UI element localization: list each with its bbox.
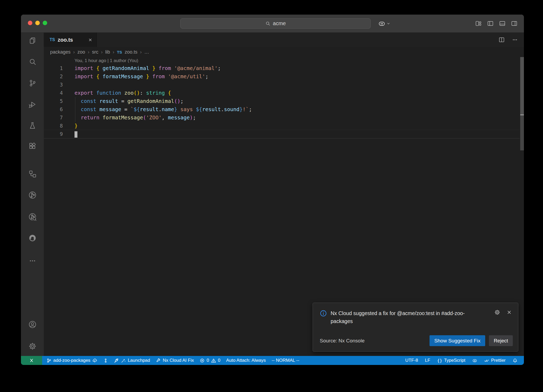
status-bar: add-zoo-packagesLaunchpadNx Cloud AI Fix… [21, 356, 524, 365]
status-bar-item-nx-cloud-ai-fix[interactable]: Nx Cloud AI Fix [156, 358, 194, 363]
activity-bar-item-extensions[interactable] [21, 138, 44, 153]
line-number: 3 [44, 81, 63, 89]
activity-bar-item-settings[interactable] [21, 339, 44, 354]
title-bar: acme [21, 15, 524, 33]
code-line: 3 [44, 81, 520, 89]
breadcrumb-separator-icon: › [113, 49, 114, 55]
activity-bar-item-edge-tools[interactable] [21, 230, 44, 245]
tab-bar: TS zoo.ts [44, 33, 524, 47]
code-line: 7 return formatMessage('ZOO', message); [44, 114, 520, 122]
activity-bar-item-nx-project-graph[interactable] [21, 209, 44, 224]
status-bar-item-auto-attach[interactable]: Auto Attach: Always [226, 358, 266, 363]
search-icon [28, 58, 37, 66]
notification-toast: Nx Cloud suggested a fix for @acme/zoo:t… [313, 303, 518, 352]
line-number: 4 [44, 89, 63, 97]
status-bar-item-encoding[interactable]: UTF-8 [405, 358, 418, 363]
double-check-icon [484, 358, 489, 363]
rocket-icon [114, 358, 119, 363]
show-suggested-fix-button[interactable]: Show Suggested Fix [430, 335, 485, 346]
line-number: 9 [44, 130, 63, 138]
status-bar-item-git-branch[interactable]: add-zoo-packages [46, 358, 97, 363]
bell-icon [513, 358, 518, 363]
editor-cursor [75, 131, 77, 138]
braces-icon: {} [437, 358, 442, 363]
remote-indicator-icon [29, 358, 34, 363]
toggle-panel-icon[interactable] [499, 20, 506, 27]
activity-bar-item-search[interactable] [21, 54, 44, 69]
tab-label: zoo.ts [58, 37, 73, 43]
activity-bar-item-testing[interactable] [21, 118, 44, 133]
tab-zoo-ts[interactable]: TS zoo.ts [44, 33, 97, 47]
command-center-search[interactable]: acme [180, 18, 371, 29]
toggle-sidebar-icon[interactable] [487, 20, 494, 27]
code-line: 6 const message = `${result.name} says $… [44, 105, 520, 114]
breadcrumb-symbol-tail[interactable]: … [144, 49, 149, 55]
remote-indicator[interactable] [21, 356, 42, 365]
more-icon [28, 257, 37, 265]
activity-bar-item-nx-console[interactable] [21, 188, 44, 202]
status-bar-item-problems[interactable]: 00 [200, 358, 220, 363]
activity-bar-item-run-and-debug[interactable] [21, 97, 44, 112]
overview-ruler-cursor-mark [520, 114, 524, 115]
activity-bar-item-explorer[interactable] [21, 33, 44, 48]
activity-bar [21, 33, 44, 356]
breadcrumb-item[interactable]: src [92, 49, 98, 55]
gear-icon [28, 342, 37, 350]
activity-bar-item-source-control[interactable] [21, 76, 44, 90]
status-bar-item-git-graph[interactable] [103, 358, 108, 363]
line-number: 6 [44, 105, 63, 114]
status-bar-item-language[interactable]: {}TypeScript [437, 358, 466, 363]
breadcrumb-file[interactable]: zoo.ts [125, 49, 137, 55]
customize-layout-icon[interactable] [475, 20, 482, 27]
editor-actions [498, 33, 518, 47]
breadcrumb-item[interactable]: zoo [77, 49, 85, 55]
extensions-icon [28, 142, 37, 150]
notification-settings-icon[interactable] [494, 309, 500, 315]
code-line: 8} [44, 122, 520, 130]
toggle-secondary-sidebar-icon[interactable] [511, 20, 518, 27]
code-line: 9 [44, 130, 520, 138]
editor-scrollbar[interactable] [520, 57, 524, 356]
activity-bar-item-references[interactable] [21, 166, 44, 181]
wand-icon [121, 358, 126, 363]
edge-icon [28, 234, 37, 242]
ts-file-icon: TS [117, 50, 122, 54]
info-icon [320, 310, 327, 317]
warning-icon [211, 358, 216, 363]
close-tab-icon[interactable] [88, 37, 93, 42]
line-number: 1 [44, 64, 63, 72]
beaker-icon [28, 121, 37, 130]
status-bar-item-launchpad[interactable]: Launchpad [114, 358, 150, 363]
breadcrumb: packages›zoo›src›lib›TSzoo.ts›… [44, 47, 524, 57]
layout-controls [475, 15, 518, 32]
status-bar-item-notifications-bell[interactable] [513, 358, 518, 363]
reject-button[interactable]: Reject [489, 335, 513, 346]
more-actions-icon[interactable] [512, 37, 518, 43]
breadcrumb-item[interactable]: lib [105, 49, 110, 55]
notification-close-icon[interactable] [506, 309, 512, 315]
split-editor-icon[interactable] [498, 37, 505, 43]
line-number: 8 [44, 122, 63, 130]
zoom-window-button[interactable] [43, 21, 47, 25]
git-branch-icon [46, 358, 51, 363]
git-commit-icon [103, 358, 108, 363]
status-bar-item-eol[interactable]: LF [425, 358, 430, 363]
copilot-menu[interactable] [378, 15, 391, 32]
code-line: 5 const result = getRandomAnimal(); [44, 97, 520, 105]
minimize-window-button[interactable] [35, 21, 40, 25]
account-icon [28, 320, 37, 329]
status-bar-item-copilot-status[interactable] [472, 358, 477, 363]
files-icon [28, 37, 37, 45]
close-window-button[interactable] [28, 21, 32, 25]
search-icon [265, 21, 270, 26]
activity-bar-item-account[interactable] [21, 317, 44, 332]
notification-source: Source: Nx Console [320, 338, 365, 344]
code-line: 1import { getRandomAnimal } from '@acme/… [44, 64, 520, 72]
status-bar-item-vim-mode[interactable]: -- NORMAL -- [272, 358, 299, 363]
status-bar-item-prettier[interactable]: Prettier [484, 358, 506, 363]
activity-bar-item-more-views[interactable] [21, 253, 44, 268]
debug-icon [28, 100, 37, 108]
notification-message: Nx Cloud suggested a fix for @acme/zoo:t… [331, 309, 481, 325]
breadcrumb-item[interactable]: packages [50, 49, 71, 55]
git-blame-annotation: You, 1 hour ago | 1 author (You) [75, 58, 138, 63]
